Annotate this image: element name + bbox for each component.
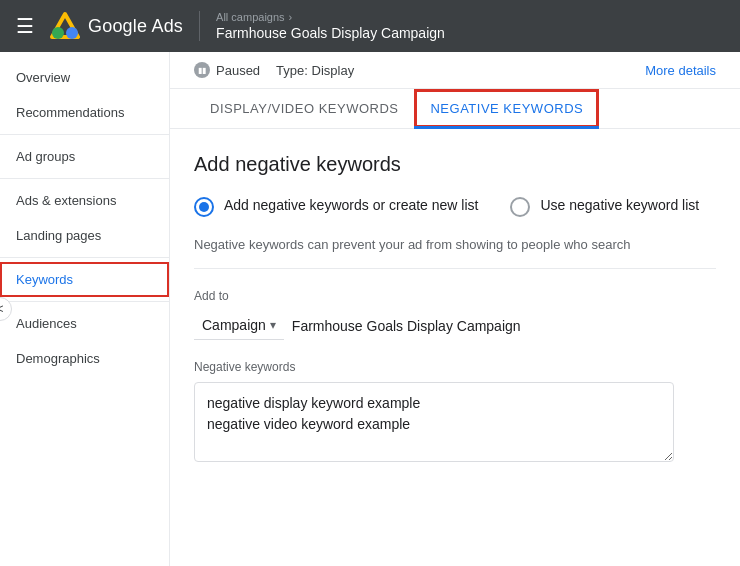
sidebar-item-ad-groups[interactable]: Ad groups (0, 139, 169, 174)
breadcrumb-top: All campaigns › (216, 11, 445, 23)
status-type: Type: Display (276, 63, 354, 78)
status-label: Paused (216, 63, 260, 78)
svg-point-1 (66, 27, 78, 39)
sidebar: < Overview Recommendations Ad groups Ads… (0, 52, 170, 566)
negative-keywords-textarea[interactable]: negative display keyword example negativ… (194, 382, 674, 462)
radio-label-create-new-list: Add negative keywords or create new list (224, 196, 478, 216)
status-badge: ▮▮ Paused (194, 62, 260, 78)
tab-display-video-keywords[interactable]: DISPLAY/VIDEO KEYWORDS (194, 89, 414, 128)
radio-circle-create-new-list (194, 197, 214, 217)
campaign-selector: Campaign ▾ Farmhouse Goals Display Campa… (194, 311, 716, 340)
sidebar-item-audiences[interactable]: Audiences (0, 306, 169, 341)
content-area: Add negative keywords Add negative keywo… (170, 129, 740, 489)
pause-icon: ▮▮ (194, 62, 210, 78)
tab-display-video-keywords-label: DISPLAY/VIDEO KEYWORDS (210, 101, 398, 116)
sidebar-item-keywords[interactable]: Keywords (0, 262, 169, 297)
radio-circle-use-list (510, 197, 530, 217)
sidebar-divider-3 (0, 257, 169, 258)
sidebar-item-overview-label: Overview (16, 70, 70, 85)
sidebar-item-ad-groups-label: Ad groups (16, 149, 75, 164)
info-text: Negative keywords can prevent your ad fr… (194, 237, 716, 269)
sidebar-divider-4 (0, 301, 169, 302)
sidebar-item-ads-extensions-label: Ads & extensions (16, 193, 116, 208)
radio-group: Add negative keywords or create new list… (194, 196, 716, 217)
sidebar-item-audiences-label: Audiences (16, 316, 77, 331)
sidebar-item-recommendations-label: Recommendations (16, 105, 124, 120)
sidebar-item-landing-pages[interactable]: Landing pages (0, 218, 169, 253)
section-title: Add negative keywords (194, 153, 716, 176)
sidebar-divider-1 (0, 134, 169, 135)
breadcrumb-campaign-name: Farmhouse Goals Display Campaign (216, 25, 445, 41)
add-to-label: Add to (194, 289, 716, 303)
tab-negative-keywords-label: NEGATIVE KEYWORDS (430, 101, 583, 116)
main-content: ▮▮ Paused Type: Display More details DIS… (170, 52, 740, 566)
app-name: Google Ads (88, 16, 183, 37)
tab-negative-keywords[interactable]: NEGATIVE KEYWORDS (414, 89, 599, 128)
header-divider (199, 11, 200, 41)
type-value: Display (312, 63, 355, 78)
radio-option-use-list[interactable]: Use negative keyword list (510, 196, 699, 217)
layout: < Overview Recommendations Ad groups Ads… (0, 52, 740, 566)
sidebar-item-keywords-label: Keywords (16, 272, 73, 287)
radio-label-use-list: Use negative keyword list (540, 196, 699, 216)
dropdown-arrow-icon: ▾ (270, 318, 276, 332)
sidebar-item-demographics[interactable]: Demographics (0, 341, 169, 376)
menu-icon[interactable]: ☰ (16, 14, 34, 38)
campaign-dropdown-button[interactable]: Campaign ▾ (194, 311, 284, 340)
status-bar: ▮▮ Paused Type: Display More details (170, 52, 740, 89)
sidebar-item-overview[interactable]: Overview (0, 60, 169, 95)
google-ads-logo-icon (50, 11, 80, 41)
campaign-display-name: Farmhouse Goals Display Campaign (292, 318, 521, 334)
header: ☰ Google Ads All campaigns › Farmhouse G… (0, 0, 740, 52)
dropdown-campaign-label: Campaign (202, 317, 266, 333)
negative-keywords-label: Negative keywords (194, 360, 716, 374)
logo: Google Ads (50, 11, 183, 41)
sidebar-item-recommendations[interactable]: Recommendations (0, 95, 169, 130)
sidebar-divider-2 (0, 178, 169, 179)
sidebar-item-landing-pages-label: Landing pages (16, 228, 101, 243)
more-details-link[interactable]: More details (645, 63, 716, 78)
radio-option-create-new-list[interactable]: Add negative keywords or create new list (194, 196, 478, 217)
breadcrumb-all-campaigns[interactable]: All campaigns (216, 11, 284, 23)
tabs: DISPLAY/VIDEO KEYWORDS NEGATIVE KEYWORDS (170, 89, 740, 129)
sidebar-item-ads-extensions[interactable]: Ads & extensions (0, 183, 169, 218)
type-prefix: Type: (276, 63, 308, 78)
sidebar-item-demographics-label: Demographics (16, 351, 100, 366)
svg-point-2 (52, 27, 64, 39)
breadcrumb: All campaigns › Farmhouse Goals Display … (216, 11, 445, 41)
breadcrumb-chevron-icon: › (289, 11, 293, 23)
